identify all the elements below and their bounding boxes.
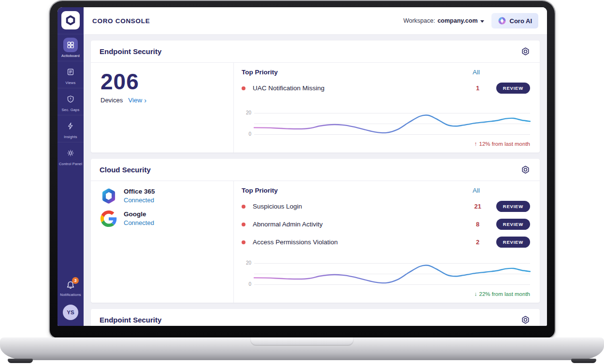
alert-dot-icon <box>242 223 245 226</box>
priority-label: Suspicious Login <box>253 203 470 210</box>
trend-arrow-icon: ↓ <box>475 291 477 297</box>
sidebar-item-notifications[interactable]: 3 Notifications <box>58 277 84 300</box>
grid-icon <box>63 38 78 52</box>
y-tick-label: 20 <box>242 110 251 115</box>
service-status-link[interactable]: Connected <box>124 196 155 204</box>
view-link[interactable]: View › <box>128 97 146 104</box>
main-area: CORO CONSOLE Workspace: company.com <box>84 7 547 326</box>
settings-hex-icon <box>521 315 530 324</box>
priority-label: Access Permissions Violation <box>253 238 470 246</box>
all-link[interactable]: All <box>473 69 480 76</box>
review-button[interactable]: REVIEW <box>496 237 530 248</box>
review-button[interactable]: REVIEW <box>496 219 530 230</box>
y-tick-label: 0 <box>242 131 251 137</box>
top-bar: CORO CONSOLE Workspace: company.com <box>84 7 547 35</box>
service-office-365: Office 365 Connected <box>101 188 224 204</box>
sidebar-item-label: Actioboard <box>61 54 80 58</box>
line-chart: 20 0 <box>242 110 530 137</box>
settings-hex-icon <box>521 47 530 56</box>
sidebar-item-insights[interactable]: Insights <box>58 115 84 142</box>
card-cloud-security: Cloud Security <box>91 159 540 303</box>
card-title: Endpoint Security <box>100 47 161 56</box>
y-tick-label: 20 <box>242 260 251 266</box>
sidebar-item-control-panel[interactable]: Control Panel <box>58 142 84 169</box>
service-name: Office 365 <box>124 188 155 195</box>
alert-dot-icon <box>242 86 245 90</box>
priority-count: 21 <box>470 203 486 210</box>
service-name: Google <box>124 210 154 218</box>
workspace-label: Workspace: <box>403 17 435 24</box>
gear-icon <box>63 146 78 160</box>
view-link-label: View <box>128 97 142 104</box>
laptop-foot <box>8 359 33 363</box>
priority-count: 2 <box>470 238 486 246</box>
top-priority-panel: Top Priority All UAC Notification Missin… <box>234 63 540 153</box>
workspace-value: company.com <box>437 17 477 24</box>
devices-stat-row: Devices View › <box>101 97 224 104</box>
line-chart: 20 0 <box>242 260 530 287</box>
app-window: Actioboard Views Sec. <box>58 7 547 326</box>
chart-line-path <box>254 261 530 286</box>
review-button[interactable]: REVIEW <box>496 201 530 212</box>
coro-ai-label: Coro AI <box>510 17 532 25</box>
dashboard-content: Endpoint Security 206 Devices <box>84 35 547 326</box>
google-logo <box>101 210 117 227</box>
card-endpoint-security: Endpoint Security 206 Devices <box>91 41 540 153</box>
priority-row: Access Permissions Violation 2 REVIEW <box>242 237 530 248</box>
devices-stat-panel: 206 Devices View › <box>91 63 234 153</box>
card-header: Endpoint Security <box>91 41 540 63</box>
settings-hex-icon <box>521 165 530 174</box>
y-tick-label: 0 <box>242 281 251 287</box>
card-settings-button[interactable] <box>520 46 531 57</box>
user-avatar[interactable]: YS <box>63 305 78 320</box>
top-priority-title: Top Priority <box>242 69 278 76</box>
sidebar-item-label: Control Panel <box>59 162 82 166</box>
laptop-foot <box>571 359 596 363</box>
sidebar-item-views[interactable]: Views <box>58 61 84 88</box>
trend-footer: ↑ 12% from last month <box>242 141 530 147</box>
sidebar-item-sec-gaps[interactable]: Sec. Gaps <box>58 88 84 115</box>
service-status-link[interactable]: Connected <box>124 219 154 226</box>
top-priority-title: Top Priority <box>242 187 278 194</box>
card-settings-button[interactable] <box>520 164 531 175</box>
all-link[interactable]: All <box>473 187 480 194</box>
sidebar-item-actioboard[interactable]: Actioboard <box>58 34 84 61</box>
bell-icon: 3 <box>66 280 75 291</box>
notification-badge: 3 <box>72 277 79 284</box>
devices-label: Devices <box>101 97 123 104</box>
review-button[interactable]: REVIEW <box>496 83 530 94</box>
lightning-icon <box>63 119 78 133</box>
coro-logo[interactable] <box>61 11 80 29</box>
sidebar-item-label: Insights <box>64 135 77 139</box>
views-icon <box>63 65 78 79</box>
sidebar-item-label: Sec. Gaps <box>62 108 80 112</box>
top-bar-right: Workspace: company.com Coro AI <box>403 13 538 28</box>
workspace-selector[interactable]: Workspace: company.com <box>403 17 484 24</box>
priority-row: Suspicious Login 21 REVIEW <box>242 201 530 212</box>
sidebar-item-label: Views <box>66 81 76 85</box>
coro-ai-button[interactable]: Coro AI <box>491 13 538 28</box>
sidebar-item-label: Notifications <box>60 293 81 297</box>
card-endpoint-security-2: Endpoint Security <box>91 309 540 326</box>
alert-dot-icon <box>242 205 245 209</box>
card-title: Endpoint Security <box>100 316 161 324</box>
top-priority-panel: Top Priority All Suspicious Login 21 REV… <box>234 181 540 303</box>
card-body: Office 365 Connected <box>91 181 540 303</box>
priority-row: UAC Notification Missing 1 REVIEW <box>242 83 530 94</box>
trend-text: 22% from last month <box>479 291 530 297</box>
laptop-notch <box>250 337 354 346</box>
card-settings-button[interactable] <box>520 314 531 325</box>
trend-chart: 20 0 ↓ 22% from last month <box>242 260 530 297</box>
coro-ai-icon <box>498 16 506 25</box>
trend-arrow-icon: ↑ <box>475 141 477 147</box>
trend-chart: 20 0 ↑ 12% from last month <box>242 110 530 147</box>
service-info: Office 365 Connected <box>124 188 155 204</box>
laptop-bezel: Actioboard Views Sec. <box>50 1 555 338</box>
shield-icon <box>63 92 78 106</box>
trend-footer: ↓ 22% from last month <box>242 291 530 297</box>
trend-text: 12% from last month <box>479 141 530 147</box>
priority-row: Abnormal Admin Activity 8 REVIEW <box>242 219 530 230</box>
chevron-right-icon: › <box>144 97 146 104</box>
service-google: Google Connected <box>101 210 224 227</box>
card-header: Cloud Security <box>91 159 540 181</box>
